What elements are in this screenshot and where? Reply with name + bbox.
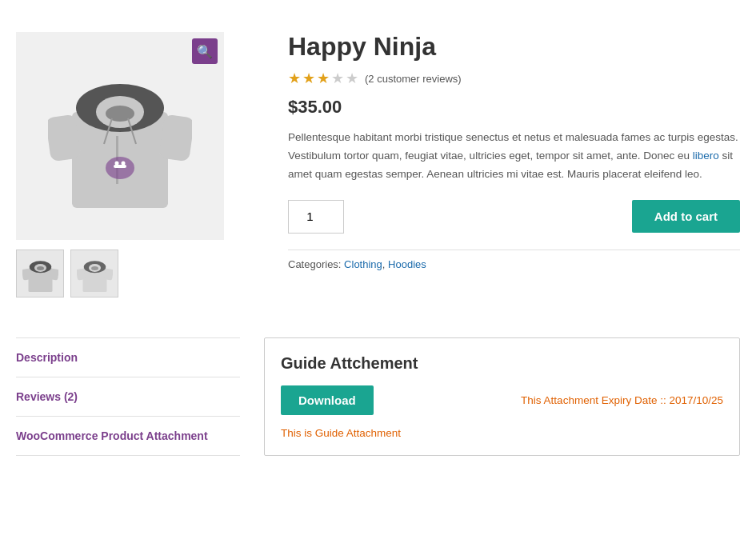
product-images: 🔍 — [16, 32, 256, 297]
libero-link[interactable]: libero — [693, 150, 719, 162]
download-button[interactable]: Download — [281, 385, 374, 415]
star-4: ★ — [331, 70, 344, 87]
add-to-cart-button[interactable]: Add to cart — [632, 200, 740, 233]
sidebar-item-attachment[interactable]: WooCommerce Product Attachment — [16, 417, 240, 456]
rating-row: ★ ★ ★ ★ ★ (2 customer reviews) — [288, 70, 740, 87]
attachment-title: Guide Attchement — [281, 354, 723, 373]
product-info: Happy Ninja ★ ★ ★ ★ ★ (2 customer review… — [288, 32, 740, 297]
product-image-svg — [48, 48, 192, 224]
thumbnail-2[interactable] — [70, 250, 118, 297]
content-area: Guide Attchement Download This Attachmen… — [240, 337, 740, 456]
reviews-link[interactable]: (2 customer reviews) — [365, 73, 462, 85]
divider-1 — [288, 250, 740, 250]
svg-point-9 — [115, 162, 119, 166]
svg-point-16 — [37, 266, 44, 270]
thumbnail-1[interactable] — [16, 250, 64, 297]
quantity-input[interactable] — [288, 200, 344, 234]
category-clothing[interactable]: Clothing — [344, 258, 382, 270]
attachment-link[interactable]: This is Guide Attachment — [281, 427, 401, 439]
bottom-section: Description Reviews (2) WooCommerce Prod… — [16, 337, 740, 456]
star-2: ★ — [302, 70, 315, 87]
product-title: Happy Ninja — [288, 32, 740, 62]
product-thumbnails — [16, 250, 256, 297]
attachment-box: Guide Attchement Download This Attachmen… — [264, 337, 740, 456]
attachment-row: Download This Attachment Expiry Date :: … — [281, 385, 723, 415]
add-to-cart-row: Add to cart — [288, 200, 740, 234]
categories-label: Categories: — [288, 258, 341, 270]
svg-rect-8 — [114, 165, 126, 168]
star-1: ★ — [288, 70, 301, 87]
main-image: 🔍 — [16, 32, 224, 240]
category-hoodies[interactable]: Hoodies — [388, 258, 426, 270]
sidebar-nav: Description Reviews (2) WooCommerce Prod… — [16, 337, 240, 456]
svg-point-22 — [91, 266, 98, 270]
product-price: $35.00 — [288, 97, 740, 118]
categories-row: Categories: Clothing, Hoodies — [288, 258, 740, 270]
star-3: ★ — [317, 70, 330, 87]
zoom-icon[interactable]: 🔍 — [192, 38, 218, 64]
stars: ★ ★ ★ ★ ★ — [288, 70, 358, 87]
sidebar-item-reviews[interactable]: Reviews (2) — [16, 377, 240, 417]
star-5: ★ — [346, 70, 358, 87]
svg-point-3 — [106, 106, 134, 122]
expiry-text: This Attachment Expiry Date :: 2017/10/2… — [521, 394, 723, 406]
product-description: Pellentesque habitant morbi tristique se… — [288, 129, 740, 184]
product-section: 🔍 — [16, 16, 740, 321]
page-wrapper: 🔍 — [0, 0, 756, 472]
svg-point-10 — [122, 162, 126, 166]
sidebar-item-description[interactable]: Description — [16, 338, 240, 377]
